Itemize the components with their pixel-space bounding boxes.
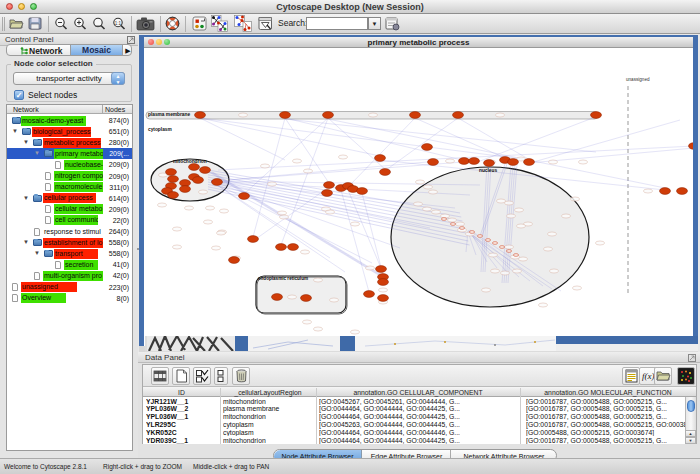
svg-text:cytoplasm: cytoplasm [148,127,172,132]
svg-text:plasma membrane: plasma membrane [148,112,190,117]
svg-text:endoplasmic reticulum: endoplasmic reticulum [258,276,308,281]
svg-text:unassigned: unassigned [626,77,650,82]
svg-text:mitochondrion: mitochondrion [173,159,207,164]
svg-text:1:1: 1:1 [115,21,122,26]
svg-text:nucleus: nucleus [479,168,497,173]
